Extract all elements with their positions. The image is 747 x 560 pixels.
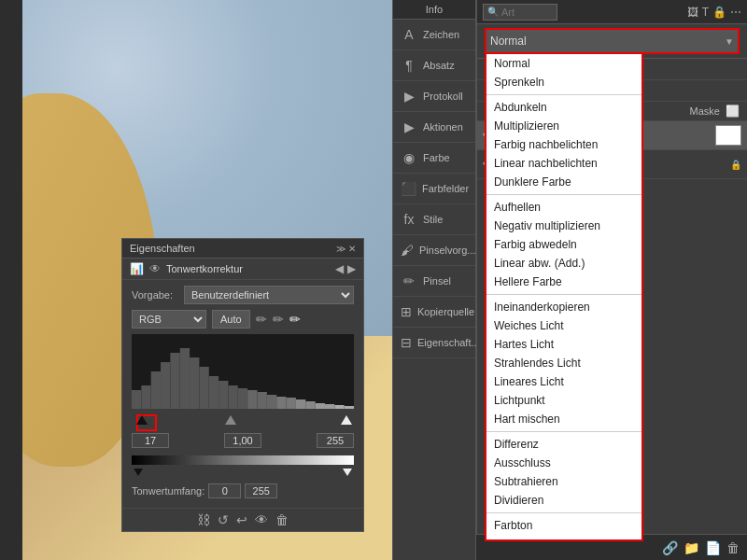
blend-item-strahlendes-licht[interactable]: Strahlendes Licht [486, 354, 641, 372]
svg-rect-11 [238, 388, 247, 409]
output-section [132, 455, 354, 480]
blend-item-ausschluss[interactable]: Ausschluss [486, 454, 641, 472]
blend-item-lichtpunkt[interactable]: Lichtpunkt [486, 391, 641, 410]
sidebar-item-farbe[interactable]: ◉ Farbe [393, 143, 475, 174]
blend-item-negativ-multiplizieren[interactable]: Negativ multiplizieren [486, 217, 641, 235]
blend-item-dunklere-farbe[interactable]: Dunklere Farbe [486, 173, 641, 191]
top-bar-icons: 🖼 T 🔒 ⋯ [687, 6, 741, 19]
sidebar-item-eigenschaft[interactable]: ⊟ Eigenschaft... [393, 328, 475, 358]
zeichen-icon: A [401, 27, 417, 42]
aktionen-icon: ▶ [401, 119, 417, 134]
blend-item-farbig-abwedeln[interactable]: Farbig abwedeln [486, 235, 641, 254]
white-marker[interactable] [341, 415, 352, 425]
white-point-input[interactable] [317, 433, 354, 448]
blend-item-aufhellen[interactable]: Aufhellen [486, 198, 641, 217]
sidebar-item-zeichen[interactable]: A Zeichen [393, 20, 475, 50]
close-icon[interactable]: ✕ [348, 244, 356, 254]
midpoint-input[interactable] [224, 433, 261, 448]
clip-icon[interactable]: ⛓ [197, 512, 210, 527]
blend-item-multiplizieren[interactable]: Multiplizieren [486, 117, 641, 135]
blend-item-differenz[interactable]: Differenz [486, 435, 641, 454]
blend-item-normal[interactable]: Normal [486, 54, 641, 73]
image-icon[interactable]: 🖼 [687, 6, 698, 19]
farbfelder-icon: ⬛ [401, 181, 416, 196]
mid-sidebar: Info A Zeichen ¶ Absatz ▶ Protokoll ▶ Ak… [392, 0, 476, 560]
blend-item-farbig-nachbelichten[interactable]: Farbig nachbelichten [486, 135, 641, 154]
midtone-marker[interactable] [225, 415, 236, 425]
tonwert-min-input[interactable] [208, 483, 241, 498]
blend-item-ineinanderkopieren[interactable]: Ineinanderkopieren [486, 298, 641, 316]
expand-icon[interactable]: ≫ [336, 244, 345, 254]
auto-button[interactable]: Auto [212, 310, 250, 329]
left-toolbar [0, 0, 22, 560]
farbfelder-label: Farbfelder [422, 183, 469, 194]
blend-item-saettigung[interactable]: Sättigung [486, 535, 641, 539]
sidebar-item-absatz[interactable]: ¶ Absatz [393, 50, 475, 81]
delete-icon[interactable]: 🗑 [275, 512, 289, 527]
link-layers-icon[interactable]: 🔗 [662, 540, 678, 555]
eye-icon[interactable]: 👁 [149, 262, 161, 275]
new-layer-icon[interactable]: 📄 [705, 540, 721, 555]
eigenschaft-icon: ⊟ [401, 335, 412, 350]
stile-icon: fx [401, 212, 417, 227]
blend-item-hartes-licht[interactable]: Hartes Licht [486, 335, 641, 354]
blend-item-hellere-farbe[interactable]: Hellere Farbe [486, 273, 641, 291]
new-group-icon[interactable]: 📁 [684, 540, 699, 555]
sidebar-item-pinsel[interactable]: ✏ Pinsel [393, 266, 475, 297]
svg-rect-14 [267, 395, 276, 409]
svg-rect-4 [170, 353, 179, 409]
blend-item-dividieren[interactable]: Dividieren [486, 491, 641, 510]
lock-bg-icon: 🔒 [730, 160, 741, 170]
eyedropper-white[interactable]: ✏ [289, 312, 301, 327]
output-black-marker[interactable] [134, 469, 143, 476]
blend-select-wrapper[interactable]: Normal ▼ [485, 28, 740, 54]
eyedropper-gray[interactable]: ✏ [273, 312, 284, 327]
reset-icon[interactable]: ↩ [236, 512, 247, 527]
search-input[interactable] [501, 7, 553, 18]
svg-rect-0 [132, 390, 141, 409]
histogram-area [132, 334, 354, 409]
blend-item-farbton[interactable]: Farbton [486, 516, 641, 535]
sidebar-item-protokoll[interactable]: ▶ Protokoll [393, 81, 475, 112]
blend-item-abdunkeln[interactable]: Abdunkeln [486, 98, 641, 117]
blend-item-weiches-licht[interactable]: Weiches Licht [486, 316, 641, 335]
more-icon[interactable]: ⋯ [730, 6, 741, 19]
blend-item-lineares-licht[interactable]: Lineares Licht [486, 372, 641, 391]
histogram-icon: 📊 [130, 262, 144, 275]
channel-select[interactable]: RGB [132, 310, 206, 329]
blend-item-hart-mischen[interactable]: Hart mischen [486, 410, 641, 428]
blend-item-linear-nachbelichten[interactable]: Linear nachbelichten [486, 154, 641, 173]
svg-rect-7 [199, 367, 208, 409]
blend-sep-3 [486, 294, 641, 295]
tonwert-max-input[interactable] [245, 483, 277, 498]
search-box[interactable]: 🔍 [483, 4, 557, 21]
preset-select[interactable]: Benutzerdefiniert [184, 286, 354, 304]
eyedropper-black[interactable]: ✏ [256, 312, 267, 327]
blend-item-linear-abw[interactable]: Linear abw. (Add.) [486, 254, 641, 273]
lock-icon[interactable]: 🔒 [712, 6, 726, 19]
output-gradient [132, 455, 354, 465]
panel-content: Vorgabe: Benutzerdefiniert RGB Auto ✏ ✏ … [122, 280, 363, 504]
visibility-icon[interactable]: 👁 [255, 512, 268, 527]
sidebar-item-farbfelder[interactable]: ⬛ Farbfelder [393, 174, 475, 204]
eigenschaft-label: Eigenschaft... [417, 337, 480, 348]
black-marker[interactable] [136, 415, 148, 425]
type-icon[interactable]: T [702, 6, 709, 19]
sidebar-item-aktionen[interactable]: ▶ Aktionen [393, 112, 475, 143]
next-icon[interactable]: ▶ [347, 262, 356, 275]
delete-layer-icon[interactable]: 🗑 [726, 540, 740, 555]
preset-label: Vorgabe: [132, 289, 178, 301]
refresh-icon[interactable]: ↺ [218, 512, 229, 527]
sidebar-item-stile[interactable]: fx Stile [393, 204, 475, 235]
blend-sep-1 [486, 94, 641, 95]
blend-item-sprenkeln[interactable]: Sprenkeln [486, 73, 641, 91]
black-point-input[interactable] [132, 433, 169, 448]
output-white-marker[interactable] [343, 469, 352, 476]
sidebar-item-pinselvorga[interactable]: 🖌 Pinselvorg... [393, 235, 475, 266]
blend-mode-select[interactable]: Normal [486, 30, 738, 52]
protokoll-label: Protokoll [423, 91, 463, 102]
prev-icon[interactable]: ◀ [335, 262, 344, 275]
blend-mode-dropdown[interactable]: Normal Sprenkeln Abdunkeln Multipliziere… [485, 52, 643, 541]
sidebar-item-kopierquelle[interactable]: ⊞ Kopierquelle [393, 297, 475, 328]
blend-item-subtrahieren[interactable]: Subtrahieren [486, 472, 641, 491]
